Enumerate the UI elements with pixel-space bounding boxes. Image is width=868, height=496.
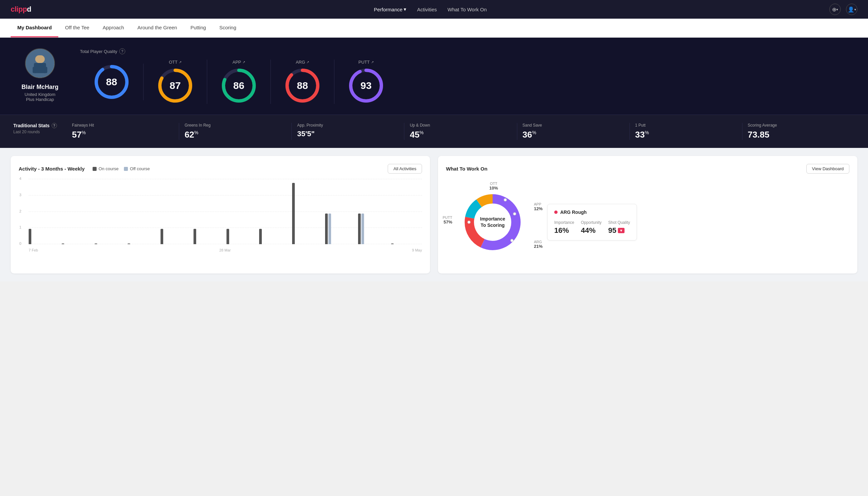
donut-svg: Importance To Scoring [459,189,526,255]
stat-name: Greens In Reg [185,123,286,128]
tab-scoring[interactable]: Scoring [212,19,243,37]
x-label: 28 Mar [219,248,231,252]
user-button[interactable]: 👤 ▾ [846,4,857,15]
plus-icon: ⊕ [832,6,836,13]
putt-label: PUTT 57% [443,216,452,224]
bar-group [95,244,126,244]
stats-label: Traditional Stats ? [13,123,67,128]
bar-oncourse [391,244,394,244]
all-activities-button[interactable]: All Activities [388,164,422,173]
stat-value: 62% [185,129,286,140]
bar-group [29,229,60,244]
metric-shot-quality: Shot Quality 95 ▼ [608,220,630,235]
ott-score: 87 [170,80,180,91]
svg-text:Importance: Importance [480,216,505,221]
stat-name: Fairways Hit [72,123,174,128]
card-header: What To Work On View Dashboard [446,164,849,173]
chevron-down-icon: ▾ [854,7,856,11]
stat-scoring-average: Scoring Average 73.85 [742,123,855,140]
stat-name: 1 Putt [635,123,737,128]
legend-dot-offcourse [124,167,128,171]
tab-putting[interactable]: Putting [184,19,213,37]
stat-items: Fairways Hit 57% Greens In Reg 62% App. … [67,123,855,140]
tab-my-dashboard[interactable]: My Dashboard [11,19,58,37]
nav-what-to-work-on[interactable]: What To Work On [448,7,487,12]
legend-dot-oncourse [93,167,97,171]
info-metrics: Importance 16% Opportunity 44% Shot Qual… [554,220,630,235]
info-card-title: ARG Rough [554,210,630,215]
main-content: Activity - 3 Months - Weekly On course O… [0,148,868,281]
putt-label: PUTT ↗ [358,60,374,65]
player-name: Blair McHarg [21,83,58,91]
svg-rect-4 [44,67,47,73]
legend-oncourse: On course [93,166,119,171]
info-icon-stats[interactable]: ? [52,123,57,128]
chart-legend: On course Off course [93,166,150,171]
stats-label-section: Traditional Stats ? Last 20 rounds [13,123,67,134]
metric-value: 44% [581,226,601,235]
app-ring: 86 [221,67,257,104]
nav-right: ⊕ ▾ 👤 ▾ [830,4,857,15]
bar-group [128,244,159,244]
bar-oncourse [226,229,229,244]
overall-score: 88 [106,76,117,88]
app-score: 86 [233,80,244,91]
stat-1-putt: 1 Putt 33% [630,123,742,140]
tab-off-the-tee[interactable]: Off the Tee [58,19,96,37]
putt-ring: 93 [348,67,384,104]
metric-value: 95 ▼ [608,226,630,235]
bar-group [193,229,224,244]
donut-with-labels: PUTT 57% OTT 10% APP 12% ARG [446,179,539,265]
metric-label: Importance [554,220,574,225]
bar-oncourse [128,244,130,244]
stat-greens-in-reg: Greens In Reg 62% [179,123,292,140]
svg-rect-3 [33,67,36,73]
app-logo[interactable]: clippd [11,5,31,14]
svg-text:To Scoring: To Scoring [480,222,505,228]
tab-approach[interactable]: Approach [96,19,130,37]
bar-group [62,244,93,244]
user-icon: 👤 [848,6,854,13]
nav-performance[interactable]: Performance ▾ [374,6,406,12]
metric-opportunity: Opportunity 44% [581,220,601,235]
bar-oncourse [259,229,262,244]
card-header: Activity - 3 Months - Weekly On course O… [19,164,422,173]
activity-chart-title: Activity - 3 Months - Weekly [19,166,84,172]
chevron-down-icon: ▾ [404,6,406,12]
bar-oncourse [29,229,31,244]
activity-chart-card: Activity - 3 Months - Weekly On course O… [11,156,430,274]
player-info: Blair McHarg United Kingdom Plus Handica… [13,48,67,102]
bar-oncourse [62,244,64,244]
tab-around-the-green[interactable]: Around the Green [130,19,184,37]
player-country: United Kingdom [25,92,56,97]
bar-oncourse [325,214,328,244]
svg-point-23 [513,213,516,215]
stat-sand-save: Sand Save 36% [517,123,630,140]
nav-links: Performance ▾ Activities What To Work On [374,6,487,12]
putt-arrow-icon: ↗ [371,60,374,64]
info-icon[interactable]: ? [119,48,125,54]
work-on-card: What To Work On View Dashboard PUTT 57% … [438,156,857,274]
view-dashboard-button[interactable]: View Dashboard [806,164,849,173]
app-arrow-icon: ↗ [242,60,245,64]
score-putt: PUTT ↗ 93 [334,60,398,104]
x-labels: 7 Feb 28 Mar 9 May [29,248,422,252]
metric-label: Opportunity [581,220,601,225]
bar-group [325,214,356,244]
app-label: APP ↗ [233,60,245,65]
top-navigation: clippd Performance ▾ Activities What To … [0,0,868,19]
metric-label: Shot Quality [608,220,630,225]
x-label: 9 May [412,248,422,252]
ott-ring: 87 [157,67,193,104]
red-dot-icon [554,211,557,214]
bar-oncourse [358,214,361,244]
bar-offcourse [328,214,331,244]
arg-score: 88 [297,80,308,91]
arg-label: ARG ↗ [296,60,309,65]
ott-label: OTT ↗ [169,60,182,65]
nav-activities[interactable]: Activities [417,7,437,12]
bar-oncourse [160,229,163,244]
add-button[interactable]: ⊕ ▾ [830,4,841,15]
player-handicap: Plus Handicap [26,97,54,102]
bar-group [391,244,422,244]
